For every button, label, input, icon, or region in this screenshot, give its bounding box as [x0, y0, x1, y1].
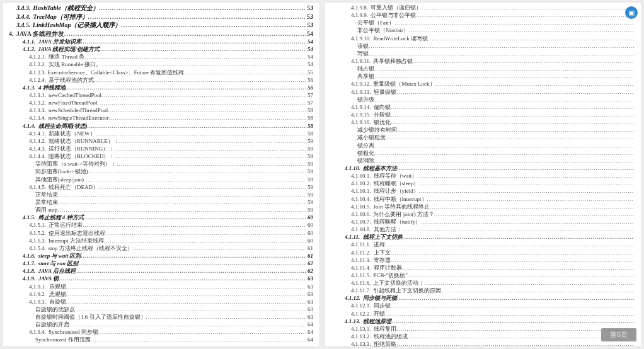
toc-entry[interactable]: 4.1.3.3.newScheduledThreadPool58 [9, 106, 313, 114]
toc-entry[interactable]: 写锁 [331, 50, 635, 57]
toc-entry[interactable]: 3.4.5.LinkHashMap（记录插入顺序）53 [9, 21, 313, 30]
toc-entry[interactable]: 自旋锁的优缺点63 [9, 306, 313, 313]
toc-entry[interactable]: 4.1.13.线程池原理 [331, 318, 635, 325]
toc-entry[interactable]: 4.1.9.14.偏向锁 [331, 103, 635, 111]
toc-title: 偏向锁 [374, 103, 391, 111]
toc-entry[interactable]: 自旋锁的开启64 [9, 321, 313, 328]
toc-entry[interactable]: 同步阻塞(lock->锁池)59 [9, 168, 313, 175]
toc-entry[interactable]: 4.1.2.1.继承 Thread 类54 [9, 53, 313, 60]
toc-entry[interactable]: 自旋锁时间阈值（1.6 引入了适应性自旋锁）63 [9, 313, 313, 321]
toc-entry[interactable]: 4.1.11.3.寄存器 [331, 256, 635, 264]
toc-entry[interactable]: 4.1.2.4.基于线程池的方式56 [9, 76, 313, 84]
toc-entry[interactable]: 锁粗化 [331, 149, 635, 157]
toc-entry[interactable]: 4.1.3.1.newCachedThreadPool57 [9, 91, 313, 99]
toc-entry[interactable]: 减少锁持有时间 [331, 126, 635, 134]
toc-entry[interactable]: 公平锁（Fair） [331, 19, 635, 26]
viewer-badge-icon[interactable]: ▣ [625, 6, 638, 19]
toc-entry[interactable]: 非公平锁（Nonfair） [331, 26, 635, 34]
toc-entry[interactable]: 减小锁粒度 [331, 134, 635, 141]
toc-entry[interactable]: 4.1.10.3.线程让步（yield） [331, 187, 635, 195]
toc-entry[interactable]: 4.1.9.JAVA 锁63 [9, 275, 313, 282]
toc-entry[interactable]: 4.1.12.2.死锁 [331, 310, 635, 318]
toc-number: 4.1.9.16. [351, 118, 371, 126]
toc-entry[interactable]: 4.1.9.10.ReadWriteLock 读写锁 [331, 35, 635, 42]
toc-entry[interactable]: 4.1.4.3.运行状态（RUNNING）：59 [9, 145, 313, 152]
toc-entry[interactable]: 4.1.9.16.锁优化 [331, 118, 635, 126]
toc-entry[interactable]: 4.1.13.2.线程池的组成 [331, 333, 635, 340]
toc-entry[interactable]: 正常结束59 [9, 191, 313, 198]
toc-entry[interactable]: 4.1.3.2.newFixedThreadPool57 [9, 99, 313, 106]
toc-entry[interactable]: 4.1.11.2.上下文 [331, 249, 635, 256]
toc-entry[interactable]: 4.1.10.4.线程中断（interrupt） [331, 195, 635, 203]
toc-entry[interactable]: 4.1.10.2.线程睡眠（sleep） [331, 180, 635, 187]
toc-entry[interactable]: 4.1.11.1.进程 [331, 241, 635, 248]
toc-entry[interactable]: 4.1.5.4.stop 方法终止线程（线程不安全）61 [9, 244, 313, 252]
toc-entry[interactable]: 4.1.10.6.为什么要用 join() 方法？ [331, 210, 635, 218]
toc-entry[interactable]: 独占锁 [331, 65, 635, 72]
toc-entry[interactable]: 4.1.10.线程基本方法 [331, 164, 635, 172]
toc-title: 线程上下文切换 [363, 233, 403, 241]
toc-entry[interactable]: 4.1.11.4.程序计数器 [331, 264, 635, 272]
toc-entry[interactable]: 4.1.13.1.线程复用 [331, 325, 635, 333]
toc-entry[interactable]: 4.1.4.线程生命周期(状态)58 [9, 122, 313, 130]
toc-entry[interactable]: 4.1.10.8.其他方法： [331, 226, 635, 233]
toc-entry[interactable]: 共享锁 [331, 72, 635, 80]
toc-entry[interactable]: 4.1.11.5.PCB-"切换桢" [331, 272, 635, 279]
toc-entry[interactable]: 4.1.5.3.Interrupt 方法结束线程60 [9, 237, 313, 244]
toc-entry[interactable]: 异常结束59 [9, 198, 313, 206]
toc-entry[interactable]: 4.1.10.7.线程唤醒（notify） [331, 218, 635, 226]
toc-leader-dots [391, 249, 634, 256]
toc-entry[interactable]: 4.1.6.sleep 与 wait 区别61 [9, 252, 313, 260]
toc-entry[interactable]: 4.1.4.4.阻塞状态（BLOCKED）：59 [9, 152, 313, 160]
toc-page-number: 54 [306, 60, 313, 68]
toc-entry[interactable]: 4.1.12.同步锁与死锁 [331, 294, 635, 302]
toc-entry[interactable]: 4.1.13.3.拒绝策略 [331, 340, 635, 348]
toc-entry[interactable]: 等待阻塞（o.wait->等待对列）：59 [9, 160, 313, 168]
toc-entry[interactable]: 4.1.4.5.线程死亡（DEAD）59 [9, 183, 313, 191]
toc-entry[interactable]: 锁消除 [331, 157, 635, 164]
toc-entry[interactable]: 4.JAVA 多线程并发54 [9, 30, 313, 38]
toc-entry[interactable]: 4.1.11.6.上下文切换的活动： [331, 279, 635, 287]
toc-entry[interactable]: 锁分离 [331, 142, 635, 149]
toc-entry[interactable]: 4.1.11.7.引起线程上下文切换的原因 [331, 287, 635, 294]
toc-entry[interactable]: 4.1.1.JAVA 并发知识库54 [9, 38, 313, 45]
toc-entry[interactable]: 3.4.4.TreeMap（可排序）53 [9, 13, 313, 21]
toc-title: JAVA 锁 [38, 275, 59, 282]
toc-entry[interactable]: 4.1.10.1.线程等待（wait） [331, 172, 635, 180]
toc-entry[interactable]: 4.1.9.15.分段锁 [331, 111, 635, 118]
toc-entry[interactable]: 4.1.9.8.可重入锁（递归锁） [331, 4, 635, 11]
toc-entry[interactable]: 读锁 [331, 42, 635, 50]
toc-entry[interactable]: 4.1.7.start 与 run 区别62 [9, 260, 313, 267]
toc-entry[interactable]: 4.1.10.5.Join 等待其他线程终止 [331, 203, 635, 210]
toc-entry[interactable]: 4.1.9.1.乐观锁63 [9, 283, 313, 290]
toc-entry[interactable]: 4.1.2.JAVA 线程实现/创建方式54 [9, 45, 313, 53]
toc-entry[interactable]: 4.1.9.3.自旋锁63 [9, 298, 313, 306]
toc-entry[interactable]: 锁升级 [331, 96, 635, 103]
toc-entry[interactable]: 4.1.4.2.就绪状态（RUNNABLE）：59 [9, 137, 313, 145]
toc-entry[interactable]: 4.1.2.3.ExecutorService、Callable<Class>、… [9, 69, 313, 76]
toc-entry[interactable]: 4.1.9.4.Synchronized 同步锁64 [9, 328, 313, 336]
toc-title: 线程池原理 [363, 318, 391, 325]
toc-entry[interactable]: 其他阻塞(sleep/join)59 [9, 176, 313, 183]
toc-entry[interactable]: Synchronized 作用范围64 [9, 336, 313, 343]
toc-entry[interactable]: 4.1.3.4.newSingleThreadExecutor58 [9, 114, 313, 122]
page-indicator-button[interactable]: 第6页 [601, 328, 636, 341]
toc-entry[interactable]: 4.1.9.12.重量级锁（Mutex Lock） [331, 80, 635, 88]
toc-entry[interactable]: 4.1.2.2.实现 Runnable 接口。54 [9, 60, 313, 68]
toc-entry[interactable]: 4.1.4.1.新建状态（NEW）58 [9, 130, 313, 137]
toc-entry[interactable]: 4.1.9.9.公平锁与非公平锁 [331, 11, 635, 19]
toc-entry[interactable]: 4.1.9.11.共享锁和独占锁 [331, 57, 635, 65]
toc-entry[interactable]: 4.1.5.1.正常运行结束60 [9, 221, 313, 229]
toc-entry[interactable]: 4.1.11.线程上下文切换 [331, 233, 635, 241]
toc-entry[interactable]: 4.1.5.2.使用退出标志退出线程60 [9, 229, 313, 237]
toc-leader-dots [430, 203, 634, 210]
toc-entry[interactable]: 3.4.3.HashTable（线程安全）53 [9, 4, 313, 13]
toc-entry[interactable]: 调用 stop59 [9, 206, 313, 214]
toc-entry[interactable]: 4.1.5.终止线程 4 种方式60 [9, 214, 313, 221]
toc-entry[interactable]: 4.1.9.13.轻量级锁 [331, 88, 635, 96]
toc-entry[interactable]: 4.1.8.JAVA 后台线程62 [9, 267, 313, 275]
toc-entry[interactable]: 4.1.3.4 种线程池56 [9, 84, 313, 91]
toc-leader-dots [184, 69, 306, 76]
toc-entry[interactable]: 4.1.12.1.同步锁 [331, 302, 635, 309]
toc-entry[interactable]: 4.1.9.2.悲观锁63 [9, 290, 313, 298]
